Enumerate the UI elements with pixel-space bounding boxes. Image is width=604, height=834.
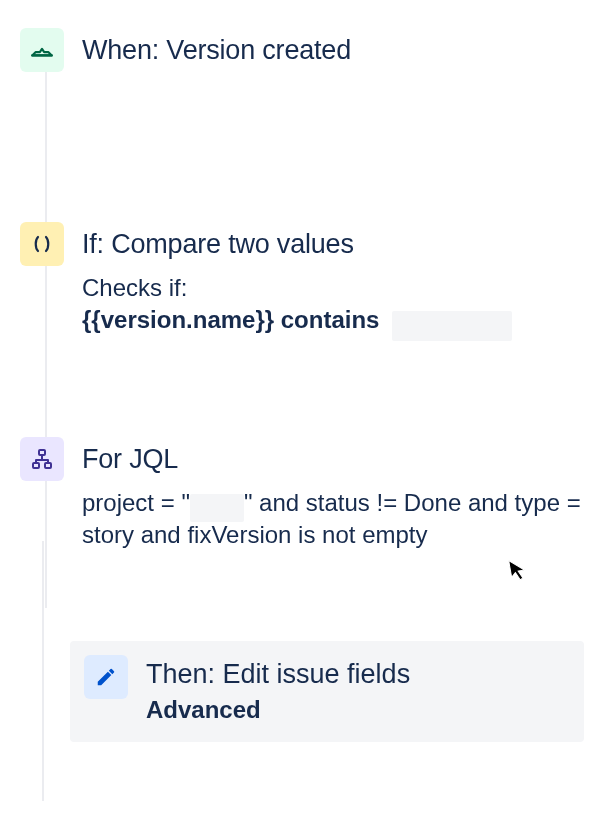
trigger-node[interactable]: When: Version created <box>20 28 584 72</box>
condition-icon <box>20 222 64 266</box>
action-icon <box>84 655 128 699</box>
condition-description: Checks if: {{version.name}} contains <box>82 272 584 337</box>
action-node[interactable]: Then: Edit issue fields Advanced <box>70 641 584 742</box>
condition-title: If: Compare two values <box>82 228 584 262</box>
redacted-project <box>190 494 244 522</box>
branch-title: For JQL <box>82 443 584 477</box>
redacted-value <box>392 311 512 341</box>
branch-icon <box>20 437 64 481</box>
action-title: Then: Edit issue fields <box>146 659 410 690</box>
action-subtitle: Advanced <box>146 696 410 724</box>
cursor-icon <box>508 557 531 590</box>
trigger-title: When: Version created <box>82 34 584 68</box>
branch-jql: project = "" and status != Done and type… <box>82 487 584 552</box>
branch-node[interactable]: For JQL project = "" and status != Done … <box>20 437 584 552</box>
trigger-icon <box>20 28 64 72</box>
condition-node[interactable]: If: Compare two values Checks if: {{vers… <box>20 222 584 337</box>
